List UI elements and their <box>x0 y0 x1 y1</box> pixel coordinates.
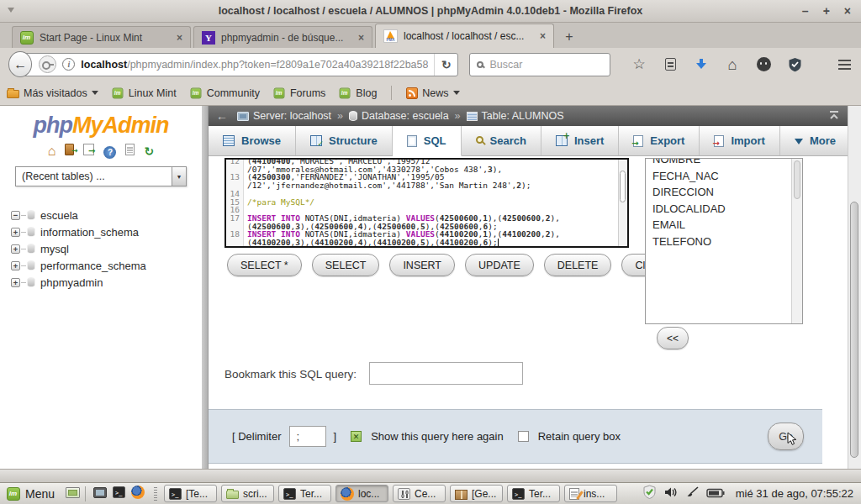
tree-expander[interactable]: + <box>11 244 20 254</box>
tab-close-icon[interactable]: × <box>177 32 182 44</box>
bookmark-item[interactable]: Forums <box>272 87 325 100</box>
field-item[interactable]: NOMBRE <box>646 158 802 168</box>
pma-tab-import[interactable]: Import <box>700 126 779 155</box>
pma-reload-nav-button[interactable]: ↻ <box>144 144 154 159</box>
tab-close-icon[interactable]: × <box>358 32 364 44</box>
tree-expander[interactable]: − <box>11 211 20 220</box>
pma-tab-sql[interactable]: SQL <box>393 126 462 156</box>
tree-expander[interactable]: + <box>11 261 20 270</box>
bookmark-query-input[interactable] <box>369 362 523 385</box>
query-button-select[interactable]: SELECT <box>312 254 380 276</box>
delimiter-input[interactable]: ; <box>289 426 326 447</box>
info-icon[interactable]: i <box>62 58 75 71</box>
nav-collapse-arrow[interactable]: ← <box>216 109 228 123</box>
breadcrumb-item[interactable]: Server: localhost <box>237 110 331 122</box>
bookmark-item[interactable]: Community <box>189 87 260 100</box>
tablet-tool-tray[interactable] <box>685 486 699 501</box>
tree-expander[interactable]: + <box>11 278 20 287</box>
identity-icon[interactable] <box>39 55 56 73</box>
pma-query-window-button[interactable] <box>83 144 94 159</box>
back-button[interactable]: ← <box>8 51 32 77</box>
fields-scrollbar[interactable] <box>791 159 802 323</box>
bookmark-item[interactable]: Blog <box>338 87 377 100</box>
maximize-button[interactable]: + <box>823 0 830 23</box>
volume-tray[interactable] <box>664 486 678 501</box>
tree-item[interactable]: + phpmyadmin <box>11 274 202 291</box>
menu-button[interactable] <box>836 55 853 74</box>
show-desktop-button[interactable] <box>66 486 80 501</box>
launcher-firefox[interactable] <box>131 486 145 502</box>
fields-collapse-button[interactable]: << <box>657 327 689 349</box>
home-button[interactable]: ⌂ <box>724 55 741 74</box>
tree-item[interactable]: − escuela <box>11 207 202 223</box>
taskbar-window-button[interactable]: ins... <box>564 485 617 502</box>
tree-expander[interactable]: + <box>11 228 20 237</box>
pma-docs-button[interactable] <box>125 144 135 159</box>
field-item[interactable]: DIRECCION <box>646 184 802 201</box>
query-button-select[interactable]: SELECT * <box>227 254 302 276</box>
menu-button-taskbar[interactable]: Menu <box>5 487 61 501</box>
browser-tab[interactable]: phpmyadmin - de búsque... × <box>193 26 372 48</box>
window-menu-icon[interactable] <box>8 8 14 16</box>
taskbar-window-button[interactable]: Ter... <box>278 485 331 502</box>
pma-tab-structure[interactable]: Structure <box>296 126 393 155</box>
bookmark-item[interactable]: Linux Mint <box>111 87 177 100</box>
query-button-delete[interactable]: DELETE <box>544 254 612 276</box>
pma-tab-more[interactable]: More <box>780 126 851 155</box>
tree-item[interactable]: + mysql <box>11 240 202 257</box>
tree-item[interactable]: + information_schema <box>11 223 202 240</box>
retain-query-checkbox[interactable] <box>518 431 529 442</box>
bookmark-item[interactable]: News <box>406 87 459 99</box>
battery-tray[interactable] <box>706 486 725 501</box>
field-item[interactable]: TELEFONO <box>646 234 802 250</box>
query-button-update[interactable]: UPDATE <box>465 254 534 276</box>
field-item[interactable]: EMAIL <box>646 217 802 234</box>
browser-tab[interactable]: localhost / localhost / esc... × <box>375 24 554 48</box>
editor-scrollbar[interactable] <box>618 160 627 246</box>
launcher-terminal[interactable] <box>113 486 125 501</box>
pma-tab-search[interactable]: Search <box>462 126 541 155</box>
fields-scrollbar-thumb[interactable] <box>794 160 800 199</box>
browser-tab[interactable]: Start Page - Linux Mint × <box>12 26 191 48</box>
url-bar[interactable]: i localhost/phpmyadmin/index.php?token=f… <box>21 53 458 76</box>
launcher-screensaver[interactable] <box>93 486 107 501</box>
page-scrollbar[interactable] <box>848 106 861 469</box>
pma-tab-export[interactable]: Export <box>619 126 700 155</box>
pma-home-button[interactable]: ⌂ <box>48 144 56 159</box>
taskbar-window-button[interactable]: scri... <box>221 485 274 502</box>
bookmark-star-button[interactable]: ☆ <box>631 55 647 74</box>
pma-logout-button[interactable] <box>65 144 74 159</box>
pma-tab-insert[interactable]: Insert <box>541 126 619 155</box>
breadcrumb-item[interactable]: Database: escuela <box>349 110 449 122</box>
taskbar-window-button[interactable]: [Te... <box>164 485 217 502</box>
bookmark-item[interactable]: Más visitados <box>7 87 98 99</box>
page-scrollbar-thumb[interactable] <box>850 202 858 458</box>
minimize-button[interactable]: – <box>802 0 809 23</box>
pma-help-button[interactable]: ? <box>103 144 116 159</box>
fields-listbox[interactable]: NOMBREFECHA_NACDIRECCIONIDLOCALIDADEMAIL… <box>645 158 803 324</box>
sidebar-resize-handle[interactable] <box>202 106 209 469</box>
shield-extension-button[interactable] <box>786 55 803 74</box>
collapse-panel-icon[interactable] <box>828 110 840 123</box>
show-query-checkbox[interactable] <box>351 431 362 442</box>
close-button[interactable]: × <box>844 0 851 23</box>
taskbar-window-button[interactable]: Ce... <box>393 485 446 502</box>
pma-tab-browse[interactable]: Browse <box>209 126 296 155</box>
recent-tables-select[interactable]: (Recent tables) ... ▼ <box>15 166 187 186</box>
tab-close-icon[interactable]: × <box>540 30 546 42</box>
field-item[interactable]: FECHA_NAC <box>646 168 802 185</box>
field-item[interactable]: IDLOCALIDAD <box>646 201 802 218</box>
sql-editor[interactable]: 12 (44100400,'MORALES','MARCELO','1995/1… <box>224 158 629 248</box>
update-manager-tray[interactable] <box>642 485 657 502</box>
editor-scrollbar-thumb[interactable] <box>620 171 626 202</box>
taskbar-window-button[interactable]: [Ge... <box>450 485 503 502</box>
taskbar-window-button[interactable]: loc... <box>335 485 388 502</box>
reading-list-button[interactable] <box>662 55 679 74</box>
downloads-button[interactable] <box>693 55 710 74</box>
breadcrumb-item[interactable]: Table: ALUMNOS <box>467 110 564 122</box>
privacy-badger-button[interactable] <box>755 55 772 74</box>
tree-item[interactable]: + performance_schema <box>11 257 202 274</box>
search-input[interactable]: Buscar <box>469 53 610 76</box>
query-button-insert[interactable]: INSERT <box>389 254 455 276</box>
reload-button[interactable]: ↻ <box>434 54 457 76</box>
